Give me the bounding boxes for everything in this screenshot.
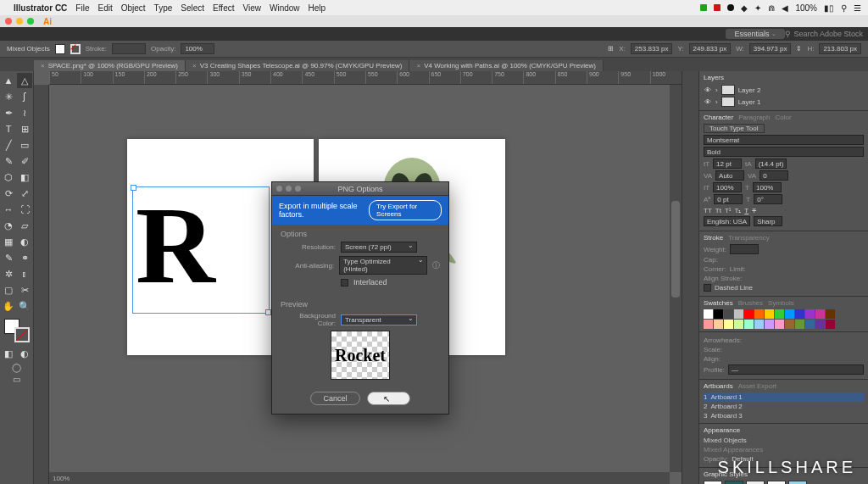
swatch[interactable]	[775, 309, 784, 319]
close-window-icon[interactable]	[5, 18, 12, 25]
stroke-tab[interactable]: Stroke	[704, 234, 723, 242]
workspace-switcher[interactable]: Essentials⌄	[726, 29, 785, 39]
character-tab[interactable]: Character	[704, 114, 733, 121]
fill-proxy-icon[interactable]	[55, 44, 65, 54]
dashed-line-checkbox[interactable]	[704, 284, 711, 292]
swatch[interactable]	[754, 320, 764, 329]
swatch[interactable]	[795, 309, 804, 319]
graphic-style-swatch[interactable]	[704, 481, 722, 484]
swatch[interactable]	[724, 309, 733, 319]
vertical-scrollbar[interactable]	[670, 85, 682, 472]
tt-smallcaps-icon[interactable]: Tt	[715, 207, 721, 214]
status-dot-3-icon[interactable]	[727, 4, 734, 11]
lasso-tool[interactable]: ʃ	[17, 89, 32, 104]
type-tool[interactable]: T	[1, 121, 16, 136]
direct-selection-tool[interactable]: △	[17, 73, 32, 88]
visibility-icon[interactable]: 👁	[704, 86, 712, 94]
swatch[interactable]	[754, 309, 764, 319]
swatch[interactable]	[704, 309, 713, 319]
collapsed-panel-strip[interactable]	[682, 71, 699, 484]
rectangle-tool[interactable]: ▭	[17, 137, 32, 153]
cancel-button[interactable]: Cancel	[310, 392, 359, 405]
resolution-dropdown[interactable]: Screen (72 ppi)	[341, 242, 417, 253]
artboard-list-row[interactable]: 2Artboard 2	[704, 402, 864, 411]
artboard-list-row[interactable]: 1Artboard 1	[704, 392, 864, 402]
artboard-tool[interactable]: ▢	[1, 282, 16, 298]
y-field[interactable]: 249.833 px	[689, 43, 732, 54]
slice-tool[interactable]: ✂	[17, 282, 32, 298]
paintbrush-tool[interactable]: ✎	[1, 153, 16, 169]
eyedropper-tool[interactable]: ✎	[1, 250, 16, 265]
document-tab[interactable]: ×V4 Working with Paths.ai @ 100% (CMYK/G…	[409, 60, 603, 71]
swatch[interactable]	[714, 309, 723, 319]
artboards-tab[interactable]: Artboards	[704, 382, 733, 390]
w-field[interactable]: 394.973 px	[749, 43, 792, 54]
subscript-icon[interactable]: T₁	[734, 207, 741, 214]
tracking-field[interactable]: 0	[760, 170, 788, 181]
swatch[interactable]	[765, 320, 774, 329]
x-field[interactable]: 253.833 px	[631, 43, 673, 54]
evernote-icon[interactable]: ◆	[741, 3, 748, 13]
stroke-proxy-icon[interactable]	[70, 44, 81, 54]
line-tool[interactable]: ╱	[1, 137, 16, 153]
color-mode-icon[interactable]: ◧	[1, 346, 16, 361]
status-dot-1-icon[interactable]	[700, 4, 707, 11]
graph-tool[interactable]: ⫾	[17, 266, 32, 281]
swatch[interactable]	[765, 309, 774, 319]
strikethrough-icon[interactable]: T	[752, 207, 756, 214]
brushes-tab[interactable]: Brushes	[738, 299, 763, 307]
swatch[interactable]	[785, 320, 794, 329]
swatch[interactable]	[805, 309, 815, 319]
swatch[interactable]	[714, 320, 723, 329]
superscript-icon[interactable]: T¹	[725, 207, 732, 214]
bg-color-dropdown[interactable]: Transparent	[341, 314, 417, 325]
placed-image-logo[interactable]: R	[136, 193, 215, 298]
dialog-titlebar[interactable]: PNG Options	[272, 182, 448, 196]
close-tab-icon[interactable]: ×	[416, 62, 420, 70]
font-family-field[interactable]: Montserrat	[704, 135, 864, 145]
touch-type-button[interactable]: Touch Type Tool	[704, 124, 765, 133]
swatch[interactable]	[744, 320, 754, 329]
blend-tool[interactable]: ⚭	[17, 250, 32, 265]
try-export-for-screens-button[interactable]: Try Export for Screens	[369, 200, 442, 220]
magic-wand-tool[interactable]: ✳	[1, 89, 16, 104]
underline-icon[interactable]: T	[744, 207, 748, 214]
stroke-weight-field[interactable]	[112, 43, 146, 54]
paragraph-tab[interactable]: Paragraph	[738, 114, 770, 121]
transparency-tab[interactable]: Transparency	[728, 234, 770, 242]
graphic-style-swatch[interactable]	[725, 481, 743, 484]
swatch[interactable]	[795, 320, 804, 329]
link-wh-icon[interactable]: ⇕	[796, 45, 802, 53]
width-tool[interactable]: ↔	[1, 202, 16, 217]
swatch[interactable]	[704, 320, 713, 329]
shaper-tool[interactable]: ⬡	[1, 170, 16, 185]
gradient-tool[interactable]: ◐	[17, 234, 32, 249]
touch-type-tool[interactable]: ⊞	[17, 121, 32, 136]
hand-tool[interactable]: ✋	[1, 298, 16, 314]
app-menu[interactable]: Illustrator CC	[14, 3, 67, 13]
app-icon[interactable]: ✦	[754, 3, 761, 13]
swatch[interactable]	[785, 309, 794, 319]
antialias-field[interactable]: Sharp	[754, 216, 782, 226]
baseline-field[interactable]: 0 pt	[714, 194, 743, 204]
document-tab[interactable]: ×SPACE.png* @ 100% (RGB/GPU Preview)	[34, 60, 186, 71]
pen-tool[interactable]: ✒	[1, 105, 16, 120]
shape-builder-tool[interactable]: ◔	[1, 218, 16, 233]
effect-menu[interactable]: Effect	[213, 3, 234, 13]
tt-caps-icon[interactable]: TT	[704, 207, 712, 214]
volume-icon[interactable]: ◀	[782, 3, 788, 13]
kerning-field[interactable]: Auto	[715, 170, 744, 181]
edit-menu[interactable]: Edit	[97, 3, 112, 13]
adobe-stock-search[interactable]: ⚲ Search Adobe Stock	[785, 30, 863, 38]
visibility-icon[interactable]: 👁	[704, 97, 712, 106]
file-menu[interactable]: File	[75, 3, 89, 13]
selection-tool[interactable]: ▲	[1, 73, 16, 88]
perspective-tool[interactable]: ▱	[17, 218, 32, 233]
symbols-tab[interactable]: Symbols	[768, 299, 794, 307]
layer-row[interactable]: 👁›Layer 1	[704, 96, 864, 108]
layers-tab[interactable]: Layers	[704, 74, 724, 81]
canvas-area[interactable]: 5010015020025030035040045050055060065070…	[34, 71, 682, 484]
stroke-color-icon[interactable]	[14, 327, 30, 342]
mesh-tool[interactable]: ▦	[1, 234, 16, 249]
close-tab-icon[interactable]: ×	[192, 62, 197, 70]
